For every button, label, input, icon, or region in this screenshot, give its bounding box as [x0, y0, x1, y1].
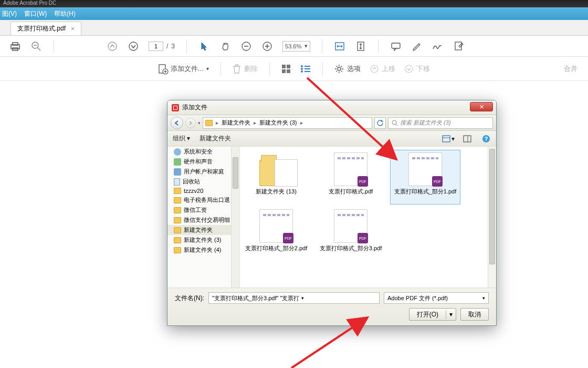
dialog-body: 系统和安全硬件和声音用户帐户和家庭回收站tzzzv20电子税务局出口退微信工资微…	[167, 147, 496, 288]
tree-item-label: 微信支付交易明细	[184, 216, 230, 224]
chevron-right-icon: ▸	[216, 120, 218, 126]
open-file-dialog: 添加文件 ✕ ▾ ▸ 新建文件夹 ▸ 新建文件夹 (3) ▸ 搜索 新建文件夹 …	[167, 100, 497, 326]
file-label: 新建文件夹 (13)	[256, 188, 297, 196]
tree-item[interactable]: 新建文件夹 (4)	[167, 245, 239, 255]
tree-item[interactable]: 微信工资	[167, 205, 239, 215]
dialog-command-bar: 组织 ▾ 新建文件夹 ▾ ?	[167, 131, 496, 147]
file-label: 支票打印格式_部分1.pdf	[394, 188, 457, 196]
svg-text:?: ?	[485, 136, 488, 142]
dialog-title: 添加文件	[182, 103, 207, 112]
pdf-icon	[172, 104, 179, 111]
open-button-dropdown[interactable]: ▾	[446, 311, 456, 318]
chevron-right-icon: ▸	[254, 120, 256, 126]
tree-item[interactable]: tzzzv20	[167, 187, 239, 195]
crumb-sub[interactable]: 新建文件夹 (3)	[257, 119, 299, 127]
tree-item[interactable]: 系统和安全	[167, 147, 239, 157]
folder-icon	[259, 152, 293, 186]
files-scrollbar[interactable]	[488, 147, 496, 288]
file-item[interactable]: PDF支票打印格式_部分2.pdf	[241, 207, 311, 261]
folder-icon	[174, 217, 181, 223]
tree-item[interactable]: 用户帐户和家庭	[167, 167, 239, 177]
preview-pane-button[interactable]	[463, 134, 472, 144]
file-list: 新建文件夹 (13)PDF支票打印格式.pdfPDF支票打印格式_部分1.pdf…	[240, 147, 496, 288]
pdf-thumbnail-icon: PDF	[334, 152, 368, 186]
pdf-thumbnail-icon: PDF	[408, 152, 442, 186]
open-button[interactable]: 打开(O) ▾	[409, 308, 456, 321]
crumb-root[interactable]: 新建文件夹	[219, 119, 253, 127]
tree-item-label: 硬件和声音	[184, 158, 213, 166]
user-icon	[174, 168, 181, 176]
filename-label: 文件名(N):	[175, 294, 204, 303]
svg-line-35	[396, 124, 397, 126]
folder-icon	[174, 207, 181, 213]
file-item[interactable]: PDF支票打印格式.pdf	[316, 150, 386, 205]
search-input[interactable]: 搜索 新建文件夹 (3)	[388, 117, 493, 129]
file-item[interactable]: PDF支票打印格式_部分3.pdf	[316, 207, 386, 261]
file-label: 支票打印格式.pdf	[329, 188, 373, 196]
folder-icon	[174, 227, 181, 233]
new-folder-button[interactable]: 新建文件夹	[200, 134, 231, 143]
svg-rect-38	[464, 136, 471, 142]
refresh-button[interactable]	[374, 117, 386, 129]
tree-item-label: 新建文件夹 (3)	[184, 236, 222, 244]
organize-button[interactable]: 组织 ▾	[173, 134, 190, 143]
open-button-label: 打开(O)	[410, 310, 446, 319]
folder-icon	[174, 247, 181, 253]
folder-icon	[174, 237, 181, 243]
tree-item-label: tzzzv20	[184, 188, 203, 194]
tree-scrollbar[interactable]	[231, 147, 239, 288]
breadcrumb[interactable]: ▸ 新建文件夹 ▸ 新建文件夹 (3) ▸	[203, 117, 372, 129]
tree-item[interactable]: 新建文件夹	[167, 225, 239, 235]
pdf-thumbnail-icon: PDF	[259, 209, 293, 243]
tree-item-label: 用户帐户和家庭	[184, 168, 224, 176]
nav-back-button[interactable]	[171, 117, 183, 129]
tree-item-label: 电子税务局出口退	[184, 196, 230, 204]
dialog-footer: 文件名(N): "支票打印格式_部分3.pdf" "支票打▾ Adobe PDF…	[167, 288, 496, 325]
help-icon[interactable]: ?	[481, 134, 491, 144]
overlay: 添加文件 ✕ ▾ ▸ 新建文件夹 ▸ 新建文件夹 (3) ▸ 搜索 新建文件夹 …	[0, 0, 588, 368]
dialog-close-button[interactable]: ✕	[470, 102, 493, 111]
svg-point-34	[392, 120, 396, 125]
dialog-titlebar: 添加文件 ✕	[167, 100, 496, 115]
tree-item-label: 系统和安全	[184, 148, 213, 156]
filename-input[interactable]: "支票打印格式_部分3.pdf" "支票打▾	[208, 292, 380, 304]
tree-item-label: 回收站	[183, 178, 200, 186]
cancel-button[interactable]: 取消	[460, 308, 489, 321]
file-label: 支票打印格式_部分2.pdf	[245, 244, 308, 252]
file-item[interactable]: PDF支票打印格式_部分1.pdf	[390, 150, 460, 205]
folder-icon	[174, 188, 181, 194]
trash-icon	[174, 178, 180, 186]
filetype-select[interactable]: Adobe PDF 文件 (*.pdf)▾	[384, 292, 489, 304]
tree-item-label: 新建文件夹	[184, 226, 213, 234]
sound-icon	[174, 158, 181, 166]
svg-rect-36	[443, 136, 450, 142]
nav-forward-button[interactable]	[185, 118, 196, 128]
tree-item-label: 新建文件夹 (4)	[184, 246, 222, 254]
file-label: 支票打印格式_部分3.pdf	[320, 244, 382, 252]
view-mode-button[interactable]: ▾	[444, 134, 453, 144]
file-item[interactable]: 新建文件夹 (13)	[241, 150, 311, 205]
ctrl-icon	[174, 148, 181, 156]
search-placeholder: 搜索 新建文件夹 (3)	[400, 119, 451, 127]
folder-tree: 系统和安全硬件和声音用户帐户和家庭回收站tzzzv20电子税务局出口退微信工资微…	[167, 147, 240, 288]
tree-item[interactable]: 回收站	[167, 177, 239, 187]
folder-icon	[205, 120, 213, 126]
chevron-right-icon: ▸	[300, 120, 303, 126]
tree-item[interactable]: 微信支付交易明细	[167, 215, 239, 225]
pdf-thumbnail-icon: PDF	[334, 209, 368, 243]
dialog-nav: ▾ ▸ 新建文件夹 ▸ 新建文件夹 (3) ▸ 搜索 新建文件夹 (3)	[167, 115, 496, 131]
folder-icon	[174, 197, 181, 203]
tree-item-label: 微信工资	[184, 206, 207, 214]
tree-item[interactable]: 新建文件夹 (3)	[167, 235, 239, 245]
tree-item[interactable]: 硬件和声音	[167, 157, 239, 167]
tree-item[interactable]: 电子税务局出口退	[167, 195, 239, 205]
